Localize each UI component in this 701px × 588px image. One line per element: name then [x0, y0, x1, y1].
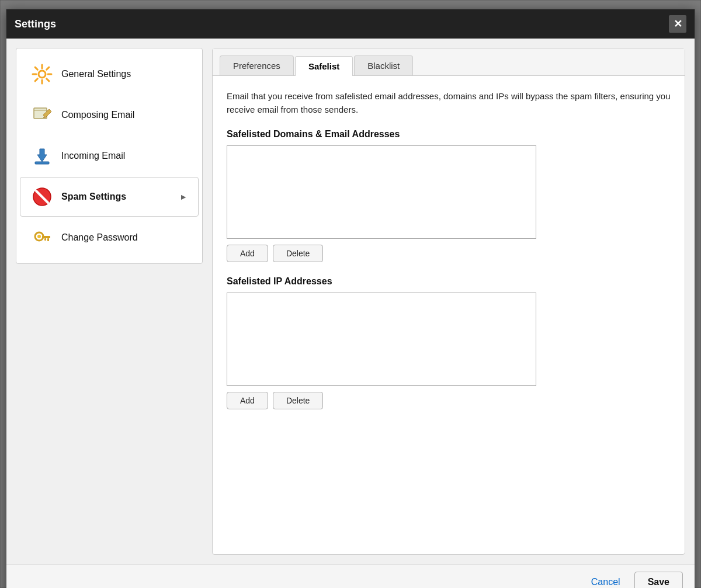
dialog-title: Settings	[15, 18, 56, 30]
domains-section-title: Safelisted Domains & Email Addresses	[227, 129, 671, 140]
svg-line-5	[35, 67, 37, 69]
svg-rect-14	[35, 162, 49, 164]
safelist-content: Email that you receive from safelisted e…	[213, 76, 685, 554]
svg-rect-19	[42, 236, 50, 238]
sidebar-item-incoming-email[interactable]: Incoming Email	[20, 136, 199, 176]
svg-line-8	[35, 79, 37, 81]
compose-icon	[31, 104, 53, 126]
spam-icon	[31, 186, 53, 208]
svg-point-0	[39, 71, 46, 78]
domains-list-box[interactable]	[227, 145, 536, 239]
sidebar-item-change-password[interactable]: Change Password	[20, 218, 199, 258]
gear-icon	[31, 63, 53, 85]
ip-add-button[interactable]: Add	[227, 392, 268, 409]
svg-point-18	[37, 235, 41, 238]
key-icon	[31, 227, 53, 249]
sidebar-item-spam-settings-label: Spam Settings	[61, 192, 126, 202]
main-content: Preferences Safelist Blacklist Email tha…	[212, 48, 685, 555]
sidebar-item-composing-email-label: Composing Email	[61, 110, 134, 120]
sidebar-item-general-settings-label: General Settings	[61, 69, 131, 79]
sidebar-item-change-password-label: Change Password	[61, 232, 138, 243]
sidebar-item-spam-settings[interactable]: Spam Settings ►	[20, 177, 199, 217]
tab-blacklist[interactable]: Blacklist	[354, 55, 413, 75]
sidebar: General Settings Composing Email	[16, 48, 203, 264]
safelist-description: Email that you receive from safelisted e…	[227, 90, 671, 116]
domains-list-actions: Add Delete	[227, 245, 671, 262]
dialog-footer: Cancel Save	[6, 564, 695, 588]
sidebar-item-general-settings[interactable]: General Settings	[20, 54, 199, 94]
tab-preferences[interactable]: Preferences	[220, 55, 294, 75]
sidebar-item-incoming-email-label: Incoming Email	[61, 151, 125, 161]
dialog-body: General Settings Composing Email	[6, 39, 695, 564]
ip-section-title: Safelisted IP Addresses	[227, 276, 671, 287]
dialog-titlebar: Settings ✕	[6, 9, 695, 39]
save-button[interactable]: Save	[634, 572, 683, 588]
svg-marker-13	[37, 149, 47, 162]
domains-delete-button[interactable]: Delete	[273, 245, 323, 262]
sidebar-item-composing-email[interactable]: Composing Email	[20, 95, 199, 135]
svg-rect-20	[47, 238, 49, 241]
close-button[interactable]: ✕	[669, 15, 686, 33]
tab-bar: Preferences Safelist Blacklist	[213, 48, 685, 76]
domains-add-button[interactable]: Add	[227, 245, 268, 262]
settings-dialog: Settings ✕	[6, 9, 695, 588]
svg-line-7	[47, 67, 49, 69]
svg-line-6	[47, 79, 49, 81]
tab-safelist[interactable]: Safelist	[295, 56, 353, 76]
cancel-button[interactable]: Cancel	[584, 573, 627, 588]
svg-rect-21	[44, 238, 46, 241]
ip-list-actions: Add Delete	[227, 392, 671, 409]
ip-delete-button[interactable]: Delete	[273, 392, 323, 409]
chevron-right-icon: ►	[179, 192, 188, 201]
incoming-icon	[31, 145, 53, 167]
ip-list-box[interactable]	[227, 293, 536, 386]
